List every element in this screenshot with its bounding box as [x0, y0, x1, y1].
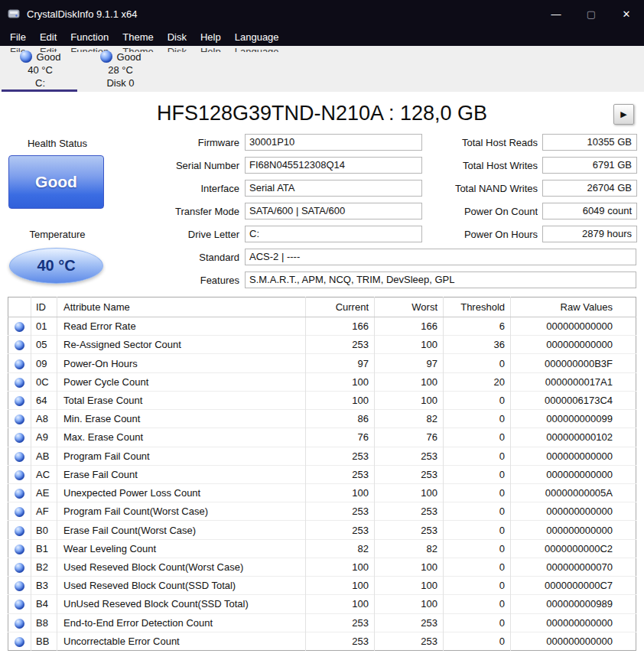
- table-row[interactable]: B0 Erase Fail Count(Worst Case) 253 253 …: [8, 521, 636, 539]
- attribute-current-cell: 100: [306, 483, 375, 502]
- attribute-raw-values-cell: 0000006173C4: [511, 391, 636, 409]
- attribute-id-cell: 0C: [31, 372, 57, 391]
- menu-item[interactable]: Disk: [161, 31, 194, 43]
- info-field-value: S.M.A.R.T., APM, NCQ, TRIM, DevSleep, GP…: [245, 271, 636, 288]
- menubar: FileEditFunctionThemeDiskHelpLanguage: [0, 28, 644, 46]
- next-disk-button[interactable]: ▶: [613, 104, 634, 125]
- info-field-label: Standard: [138, 249, 239, 263]
- close-button[interactable]: ✕: [609, 0, 644, 28]
- info-field-label: Features: [138, 271, 239, 286]
- attribute-status-orb-icon: [15, 526, 24, 536]
- attribute-worst-cell: 97: [375, 354, 444, 372]
- menu-item[interactable]: Help: [194, 31, 228, 43]
- attribute-current-cell: 253: [306, 632, 375, 650]
- table-row[interactable]: A9 Max. Erase Count 76 76 0 000000000102: [8, 428, 636, 447]
- table-row[interactable]: AB Program Fail Count 253 253 0 00000000…: [8, 447, 636, 465]
- attribute-worst-cell: 100: [375, 372, 444, 391]
- clipped-text-fragment: Help: [194, 46, 228, 52]
- stat-label: Power On Count: [419, 203, 538, 217]
- attribute-status-cell: [8, 336, 31, 354]
- window-controls: — ▢ ✕: [538, 0, 644, 28]
- table-row[interactable]: B2 Used Reseved Block Count(Worst Case) …: [8, 558, 636, 576]
- menu-item[interactable]: Theme: [115, 31, 160, 43]
- attribute-status-orb-icon: [15, 563, 24, 573]
- attribute-raw-values-cell: 000000000000: [511, 317, 636, 336]
- disk-tile[interactable]: Good 28 °C Disk 0: [80, 46, 161, 92]
- disk-status-orb-icon: [100, 50, 112, 63]
- stat-value: 26704 GB: [542, 180, 637, 197]
- attribute-raw-values-cell: 0000000017A1: [511, 372, 636, 391]
- disk-status-text: Good: [37, 51, 61, 63]
- disk-status-orb-icon: [20, 50, 32, 63]
- attribute-name-cell: Wear Leveling Count: [57, 539, 306, 558]
- drive-title: HFS128G39TND-N210A : 128,0 GB: [0, 102, 644, 125]
- attribute-current-cell: 253: [306, 502, 375, 521]
- info-field-label: Drive Letter: [138, 226, 239, 240]
- table-row[interactable]: 64 Total Erase Count 100 100 0 000000617…: [8, 391, 636, 409]
- attribute-status-orb-icon: [15, 600, 24, 610]
- attribute-status-orb-icon: [15, 581, 24, 591]
- attribute-worst-cell: 253: [375, 613, 444, 632]
- attribute-name-cell: Min. Erase Count: [57, 410, 306, 428]
- table-row[interactable]: 01 Read Error Rate 166 166 6 00000000000…: [8, 317, 636, 336]
- attribute-raw-values-cell: 000000000099: [511, 410, 636, 428]
- maximize-button[interactable]: ▢: [574, 0, 609, 28]
- attribute-raw-values-cell: 000000000B3F: [511, 354, 636, 372]
- attribute-raw-values-cell: 000000000000: [511, 465, 636, 483]
- table-row[interactable]: B3 Used Reseved Block Count(SSD Total) 1…: [8, 577, 636, 595]
- attribute-name-cell: Re-Assigned Sector Count: [57, 336, 306, 354]
- menu-item[interactable]: File: [3, 31, 33, 43]
- menu-item[interactable]: Edit: [33, 31, 63, 43]
- attribute-worst-cell: 76: [375, 428, 444, 447]
- attribute-status-cell: [8, 632, 31, 650]
- menu-item[interactable]: Function: [63, 31, 115, 43]
- disk-label-text: Disk 0: [80, 76, 161, 89]
- attribute-current-cell: 82: [306, 539, 375, 558]
- table-row[interactable]: BB Uncorrectable Error Count 253 253 0 0…: [8, 632, 636, 650]
- smart-header-id: ID: [31, 297, 57, 317]
- table-row[interactable]: 0C Power Cycle Count 100 100 20 00000000…: [8, 372, 636, 391]
- attribute-threshold-cell: 0: [444, 391, 511, 409]
- attribute-threshold-cell: 0: [444, 428, 511, 447]
- stat-row: Total Host Writes 6791 GB: [419, 157, 637, 180]
- attribute-id-cell: AB: [31, 447, 57, 465]
- table-row[interactable]: AE Unexpected Power Loss Count 100 100 0…: [8, 483, 636, 502]
- attribute-raw-values-cell: 000000000989: [511, 595, 636, 613]
- titlebar: CrystalDiskInfo 9.1.1 x64 — ▢ ✕: [0, 0, 644, 28]
- attribute-status-cell: [8, 354, 31, 372]
- attribute-raw-values-cell: 0000000000C7: [511, 577, 636, 595]
- attribute-worst-cell: 253: [375, 502, 444, 521]
- temperature-badge[interactable]: 40 °C: [9, 248, 103, 284]
- smart-table-container: ID Attribute Name Current Worst Threshol…: [8, 297, 636, 651]
- table-row[interactable]: B4 UnUsed Reseved Block Count(SSD Total)…: [8, 595, 636, 613]
- attribute-threshold-cell: 0: [444, 354, 511, 372]
- smart-header-current: Current: [306, 297, 375, 317]
- menu-item[interactable]: Language: [228, 31, 286, 43]
- disk-tile[interactable]: Good 40 °C C:: [0, 46, 80, 92]
- attribute-id-cell: 09: [31, 354, 57, 372]
- table-row[interactable]: B1 Wear Leveling Count 82 82 0 000000000…: [8, 539, 636, 558]
- stat-row: Total NAND Writes 26704 GB: [419, 180, 637, 203]
- table-row[interactable]: AC Erase Fail Count 253 253 0 0000000000…: [8, 465, 636, 483]
- table-row[interactable]: 09 Power-On Hours 97 97 0 000000000B3F: [8, 354, 636, 372]
- minimize-button[interactable]: —: [538, 0, 574, 28]
- attribute-worst-cell: 253: [375, 465, 444, 483]
- attribute-status-orb-icon: [15, 322, 24, 332]
- attribute-name-cell: Program Fail Count: [57, 447, 306, 465]
- attribute-name-cell: Used Reseved Block Count(SSD Total): [57, 577, 306, 595]
- attribute-name-cell: Total Erase Count: [57, 391, 306, 409]
- table-row[interactable]: AF Program Fail Count(Worst Case) 253 25…: [8, 502, 636, 521]
- attribute-threshold-cell: 0: [444, 410, 511, 428]
- table-row[interactable]: 05 Re-Assigned Sector Count 253 100 36 0…: [8, 336, 636, 354]
- attribute-threshold-cell: 0: [444, 539, 511, 558]
- attribute-worst-cell: 100: [375, 595, 444, 613]
- attribute-raw-values-cell: 0000000000C2: [511, 539, 636, 558]
- health-status-badge[interactable]: Good: [8, 155, 104, 209]
- info-field-value: 30001P10: [245, 134, 422, 151]
- table-row[interactable]: A8 Min. Erase Count 86 82 0 000000000099: [8, 410, 636, 428]
- attribute-current-cell: 76: [306, 428, 375, 447]
- info-field-row: Standard ACS-2 | ----: [138, 249, 636, 271]
- table-row[interactable]: B8 End-to-End Error Detection Count 253 …: [8, 613, 636, 632]
- attribute-status-cell: [8, 447, 31, 465]
- attribute-raw-values-cell: 000000000000: [511, 447, 636, 465]
